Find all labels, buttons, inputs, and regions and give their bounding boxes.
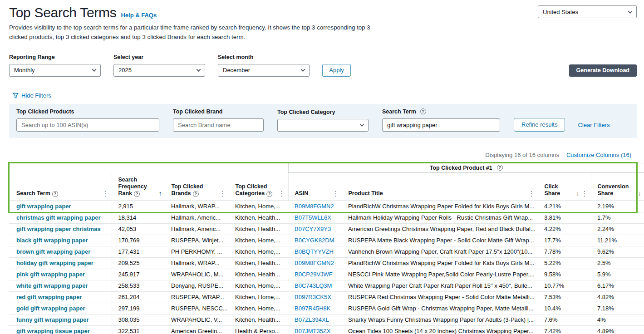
asin-link[interactable]: B0C743LQ3M xyxy=(295,282,332,289)
search-term-link[interactable]: black gift wrapping paper xyxy=(16,237,88,244)
cell-product-title: RUSPEPA Gold Gift Wrap - Christmas Wrapp… xyxy=(342,303,538,314)
filter-funnel-icon xyxy=(13,93,19,98)
col-header-asin[interactable]: ASIN ⋮ xyxy=(288,172,342,201)
cell-rank: 245,917 xyxy=(112,269,165,280)
asin-link[interactable]: B09M8FGMN2 xyxy=(295,260,334,266)
cell-asin: B07CY7X9Y3 xyxy=(288,223,342,235)
col-header-conversion-share[interactable]: Conversion Share ↓ xyxy=(591,172,644,201)
col-header-top-clicked-brands[interactable]: Top Clicked Brands? ⋮ xyxy=(165,172,229,201)
sort-descending-icon[interactable]: ↓ xyxy=(576,190,580,197)
asin-link[interactable]: B0CYGK82DM xyxy=(295,237,334,244)
page-description: Provides visibility to the top search te… xyxy=(9,23,389,42)
asin-link[interactable]: B097R45H8K xyxy=(295,305,331,312)
search-term-input[interactable] xyxy=(382,118,500,132)
search-term-link[interactable]: gift wrapping tissue paper xyxy=(16,328,90,334)
customize-columns-link[interactable]: Customize Columns (16) xyxy=(566,152,631,158)
table-row: christmas gift wrapping paper18,314Hallm… xyxy=(9,212,644,223)
reporting-range-select[interactable]: Monthly xyxy=(9,64,101,77)
cell-categories: Kitchen, Health... xyxy=(229,223,288,235)
top-clicked-products-input[interactable] xyxy=(16,118,159,132)
cell-categories: Kitchen, Health... xyxy=(229,212,288,223)
help-icon[interactable]: ? xyxy=(52,191,58,197)
col-header-top-clicked-categories[interactable]: Top Clicked Categories? ⋮ xyxy=(229,172,288,201)
search-term-link[interactable]: gold gift wrapping paper xyxy=(16,305,85,312)
cell-search-term: funny gift wrapping paper xyxy=(9,314,112,325)
page-title: Top Search Terms xyxy=(9,5,116,21)
asin-link[interactable]: B0CP29VJWF xyxy=(295,271,333,278)
help-icon[interactable]: ? xyxy=(420,108,426,114)
search-term-link[interactable]: white gift wrapping paper xyxy=(16,282,88,289)
col-header-click-share[interactable]: Click Share ↓ ⋮ xyxy=(538,172,591,201)
asin-link[interactable]: B07T5WLL6X xyxy=(295,214,331,221)
group-header-top-clicked-product-1: Top Clicked Product #1 ? xyxy=(288,163,644,172)
asin-link[interactable]: B097R3CK5X xyxy=(295,294,331,300)
sort-descending-icon[interactable]: ↓ xyxy=(638,190,641,197)
kebab-menu-icon[interactable]: ⋮ xyxy=(219,190,226,197)
hide-filters-toggle[interactable]: Hide Filters xyxy=(13,92,51,99)
generate-download-button[interactable]: Generate Download xyxy=(569,64,637,77)
cell-categories: Health & Perso... xyxy=(229,325,288,334)
help-faqs-link[interactable]: Help & FAQs xyxy=(121,12,157,21)
select-month-select[interactable]: December xyxy=(218,64,310,77)
cell-brands: Donyang, RUSPE... xyxy=(165,280,229,291)
clear-filters-link[interactable]: Clear Filters xyxy=(578,122,610,132)
table-row: gift wrapping paper2,915Hallmark, WRAP..… xyxy=(9,201,644,212)
apply-button[interactable]: Apply xyxy=(322,64,351,77)
cell-click-share: 9.58% xyxy=(538,269,591,280)
kebab-menu-icon[interactable]: ⋮ xyxy=(581,190,588,197)
search-term-link[interactable]: christmas gift wrapping paper xyxy=(16,214,101,221)
help-icon[interactable]: ? xyxy=(193,191,199,197)
cell-rank: 42,053 xyxy=(112,223,165,235)
search-term-link[interactable]: gift wrapping paper xyxy=(16,203,71,210)
kebab-menu-icon[interactable]: ⋮ xyxy=(332,190,339,197)
help-icon[interactable]: ? xyxy=(266,191,272,197)
table-row: brown gift wrapping paper177,431PH PERKH… xyxy=(9,246,644,257)
cell-conversion-share: 9.62% xyxy=(591,246,644,257)
help-icon[interactable]: ? xyxy=(497,165,503,171)
kebab-menu-icon[interactable]: ⋮ xyxy=(279,190,285,197)
reporting-range-control: Reporting Range Monthly xyxy=(9,54,101,77)
col-header-search-frequency-rank[interactable]: Search Frequency Rank? ↑ xyxy=(112,172,165,201)
kebab-menu-icon[interactable]: ⋮ xyxy=(102,190,109,197)
top-clicked-brand-input[interactable] xyxy=(173,118,264,132)
cell-asin: B09M8FGMN2 xyxy=(288,201,342,212)
kebab-menu-icon[interactable]: ⋮ xyxy=(528,190,535,197)
search-term-link[interactable]: holiday gift wrapping paper xyxy=(16,260,93,266)
cell-rank: 308,035 xyxy=(112,314,165,325)
search-term-link[interactable]: gift wrapping paper christmas xyxy=(16,226,101,232)
search-term-link[interactable]: brown gift wrapping paper xyxy=(16,248,90,255)
top-clicked-brand-label: Top Clicked Brand xyxy=(173,108,223,115)
asin-link[interactable]: B07JMT35ZX xyxy=(295,328,330,334)
search-term-link[interactable]: funny gift wrapping paper xyxy=(16,316,89,323)
col-header-search-term[interactable]: Search Term? ⋮ xyxy=(9,172,112,201)
cell-product-title: Vanhench Brown Wrapping Paper, Craft Kra… xyxy=(342,246,538,257)
cell-rank: 258,533 xyxy=(112,280,165,291)
search-term-link[interactable]: red gift wrapping paper xyxy=(16,294,82,300)
page-header: Top Search Terms Help & FAQs Provides vi… xyxy=(0,0,644,42)
asin-link[interactable]: B09M8FGMN2 xyxy=(295,203,334,210)
search-term-label: Search Term xyxy=(382,108,416,115)
sort-ascending-icon[interactable]: ↑ xyxy=(159,190,162,197)
col-header-product-title[interactable]: Product Title ⋮ xyxy=(342,172,538,201)
cell-brands: WRAPAHOLIC, V... xyxy=(165,314,229,325)
top-clicked-products-field: Top Clicked Products xyxy=(16,108,159,132)
asin-link[interactable]: B07CY7X9Y3 xyxy=(295,226,331,232)
cell-categories: Kitchen, Health... xyxy=(229,269,288,280)
refine-results-button[interactable]: Refine results xyxy=(514,118,565,132)
search-term-link[interactable]: pink gift wrapping paper xyxy=(16,271,85,278)
cell-click-share: 4.22% xyxy=(538,223,591,235)
select-year-select[interactable]: 2025 xyxy=(113,64,205,77)
cell-click-share: 5.22% xyxy=(538,257,591,269)
cell-brands: WRAPAHOLIC, M... xyxy=(165,269,229,280)
country-selector[interactable]: United States xyxy=(538,5,637,18)
cell-click-share: 17.7% xyxy=(538,235,591,246)
asin-link[interactable]: B0BQTYYVZH xyxy=(295,248,334,255)
cell-asin: B0BQTYYVZH xyxy=(288,246,342,257)
help-icon[interactable]: ? xyxy=(134,191,140,197)
asin-link[interactable]: B07ZL394XL xyxy=(295,316,329,323)
group-header-label: Top Clicked Product #1 xyxy=(430,165,492,171)
table-row: gift wrapping tissue paper322,531America… xyxy=(9,325,644,334)
cell-brands: PH PERKHOMY, ... xyxy=(165,246,229,257)
select-month-value: December xyxy=(223,67,250,74)
top-clicked-category-select[interactable] xyxy=(277,119,369,132)
